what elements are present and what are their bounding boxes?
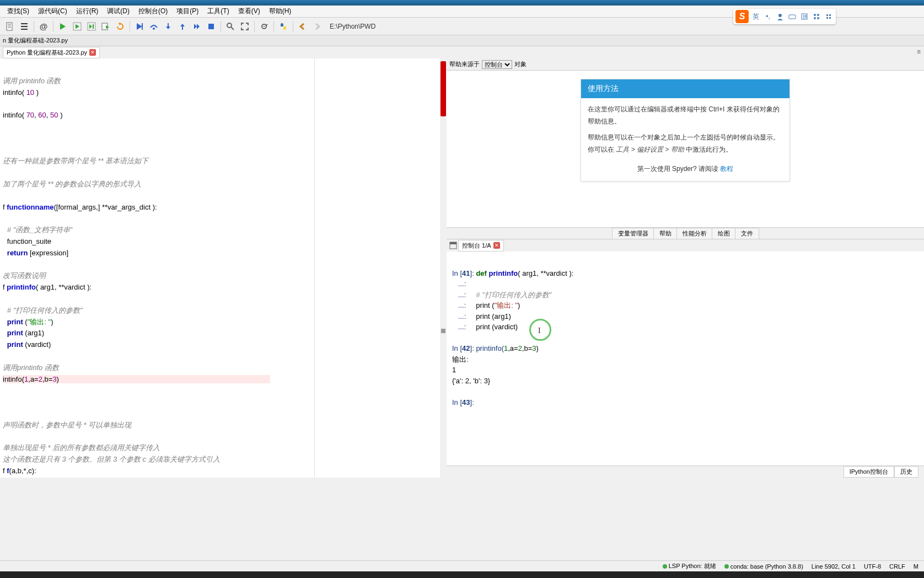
code-editor[interactable]: 调用 printinfo 函数 intinfo( 10 ) intinfo( 7… bbox=[0, 58, 447, 478]
help-title: 使用方法 bbox=[581, 79, 789, 98]
help-source-select[interactable]: 控制台 bbox=[482, 60, 512, 69]
svg-rect-0 bbox=[7, 23, 12, 30]
file-tab[interactable]: Python 量化编程基础-2023.py ✕ bbox=[3, 47, 100, 58]
stop-icon[interactable] bbox=[205, 20, 218, 33]
console-tabs-area: 控制台 1/A ✕ bbox=[447, 239, 924, 251]
svg-rect-44 bbox=[829, 14, 831, 16]
console-bottom-tabs: IPython控制台 历史 bbox=[447, 465, 924, 478]
svg-marker-7 bbox=[60, 23, 66, 30]
svg-marker-11 bbox=[89, 24, 92, 29]
tutorial-link[interactable]: 教程 bbox=[720, 165, 733, 173]
file-tab-label: Python 量化编程基础-2023.py bbox=[7, 49, 87, 57]
settings-icon[interactable] bbox=[257, 20, 271, 33]
svg-point-18 bbox=[153, 28, 155, 30]
sogou-logo-icon[interactable]: S bbox=[735, 10, 749, 23]
help-panel: 使用方法 在这里你可以通过在编辑器或者终端中按 Ctrl+I 来获得任何对象的帮… bbox=[447, 71, 924, 227]
tab-profiler[interactable]: 性能分析 bbox=[676, 228, 713, 239]
step-into-icon[interactable] bbox=[162, 20, 175, 33]
tab-history[interactable]: 历史 bbox=[894, 466, 918, 478]
run-cell-icon[interactable] bbox=[71, 20, 84, 33]
svg-point-29 bbox=[264, 26, 265, 27]
rerun-icon[interactable] bbox=[114, 20, 127, 33]
ime-keyboard-icon[interactable] bbox=[787, 12, 797, 22]
fullscreen-icon[interactable] bbox=[238, 20, 251, 33]
tab-help[interactable]: 帮助 bbox=[653, 228, 678, 239]
debug-icon[interactable] bbox=[133, 20, 146, 33]
svg-marker-23 bbox=[194, 24, 197, 29]
menu-project[interactable]: 项目(P) bbox=[172, 7, 203, 16]
tab-files[interactable]: 文件 bbox=[735, 228, 759, 239]
menu-find[interactable]: 查找(S) bbox=[3, 7, 34, 16]
close-icon[interactable]: ✕ bbox=[493, 242, 500, 249]
ime-language[interactable]: 英 bbox=[751, 12, 761, 22]
run-icon[interactable] bbox=[56, 20, 69, 33]
tab-plots[interactable]: 绘图 bbox=[712, 228, 736, 239]
titlebar bbox=[0, 0, 924, 6]
svg-line-27 bbox=[231, 27, 234, 30]
ipython-console[interactable]: In [41]: def printinfo( arg1, **vardict … bbox=[447, 251, 924, 465]
python-icon[interactable] bbox=[277, 20, 290, 33]
editor-ruler bbox=[314, 58, 315, 478]
editor-scrollbar[interactable] bbox=[440, 58, 447, 478]
tab-variables[interactable]: 变量管理器 bbox=[612, 228, 654, 239]
ime-toolbar[interactable]: S 英 •, 拼 bbox=[733, 9, 836, 24]
status-lsp: LSP Python: 就绪 bbox=[663, 562, 716, 570]
forward-icon[interactable] bbox=[310, 20, 324, 33]
ime-tool-icon[interactable] bbox=[812, 12, 821, 22]
svg-text:拼: 拼 bbox=[803, 14, 807, 19]
menu-console[interactable]: 控制台(O) bbox=[134, 7, 172, 16]
run-selection-icon[interactable] bbox=[99, 20, 112, 33]
menu-source[interactable]: 源代码(C) bbox=[34, 7, 72, 16]
doc-icon[interactable] bbox=[3, 20, 17, 33]
svg-rect-34 bbox=[789, 15, 796, 19]
svg-rect-32 bbox=[450, 242, 456, 244]
working-dir: E:\Python\PWD bbox=[330, 23, 375, 30]
options-icon[interactable]: ≡ bbox=[917, 48, 921, 56]
svg-marker-16 bbox=[137, 23, 142, 30]
help-header: 帮助来源于 控制台 对象 bbox=[447, 58, 924, 71]
help-object-label: 对象 bbox=[514, 60, 527, 68]
continue-icon[interactable] bbox=[190, 20, 203, 33]
svg-rect-45 bbox=[826, 17, 828, 19]
taskbar[interactable] bbox=[0, 571, 924, 578]
status-conda: conda: base (Python 3.8.8) bbox=[724, 563, 803, 570]
scrollbar-thumb[interactable] bbox=[440, 61, 446, 116]
step-out-icon[interactable] bbox=[176, 20, 189, 33]
help-text-2: 帮助信息可以在一个对象之后加上一个左圆括号的时候自动显示。你可以在 工具 > 偏… bbox=[588, 132, 783, 156]
close-icon[interactable]: ✕ bbox=[89, 49, 96, 56]
menu-tools[interactable]: 工具(T) bbox=[203, 7, 233, 16]
console-tab[interactable]: 控制台 1/A ✕ bbox=[458, 240, 504, 251]
menu-debug[interactable]: 调试(D) bbox=[103, 7, 134, 16]
help-text-1: 在这里你可以通过在编辑器或者终端中按 Ctrl+I 来获得任何对象的帮助信息。 bbox=[588, 104, 783, 127]
tab-ipython[interactable]: IPython控制台 bbox=[844, 466, 894, 478]
split-handle[interactable] bbox=[441, 329, 445, 333]
menu-help[interactable]: 帮助(H) bbox=[265, 7, 296, 16]
back-icon[interactable] bbox=[296, 20, 309, 33]
svg-rect-25 bbox=[208, 24, 214, 29]
svg-rect-46 bbox=[829, 17, 831, 19]
ime-input-icon[interactable]: 拼 bbox=[799, 12, 809, 22]
list-icon[interactable] bbox=[18, 20, 31, 33]
ime-punct-icon[interactable]: •, bbox=[763, 12, 773, 22]
ime-user-icon[interactable] bbox=[775, 12, 785, 22]
file-tabs: Python 量化编程基础-2023.py ✕ ≡ bbox=[0, 46, 924, 58]
editor-breadcrumb: n 量化编程基础-2023.py bbox=[0, 35, 924, 46]
console-menu-icon[interactable] bbox=[449, 242, 457, 249]
search-icon[interactable] bbox=[224, 20, 237, 33]
svg-point-41 bbox=[814, 17, 816, 19]
help-tabs: 变量管理器 帮助 性能分析 绘图 文件 bbox=[447, 227, 924, 239]
at-icon[interactable]: @ bbox=[37, 20, 50, 33]
ime-settings-icon[interactable] bbox=[824, 12, 834, 22]
run-cell-advance-icon[interactable] bbox=[85, 20, 98, 33]
svg-marker-9 bbox=[76, 24, 79, 29]
status-line: Line 5902, Col 1 bbox=[812, 563, 856, 570]
svg-point-26 bbox=[227, 23, 232, 28]
svg-point-33 bbox=[778, 14, 782, 17]
svg-rect-43 bbox=[826, 14, 828, 16]
step-over-icon[interactable] bbox=[147, 20, 160, 33]
menu-run[interactable]: 运行(R) bbox=[72, 7, 103, 16]
status-mem: M bbox=[914, 563, 918, 570]
menu-view[interactable]: 查看(V) bbox=[234, 7, 265, 16]
svg-marker-20 bbox=[166, 26, 170, 29]
svg-marker-15 bbox=[119, 22, 120, 25]
